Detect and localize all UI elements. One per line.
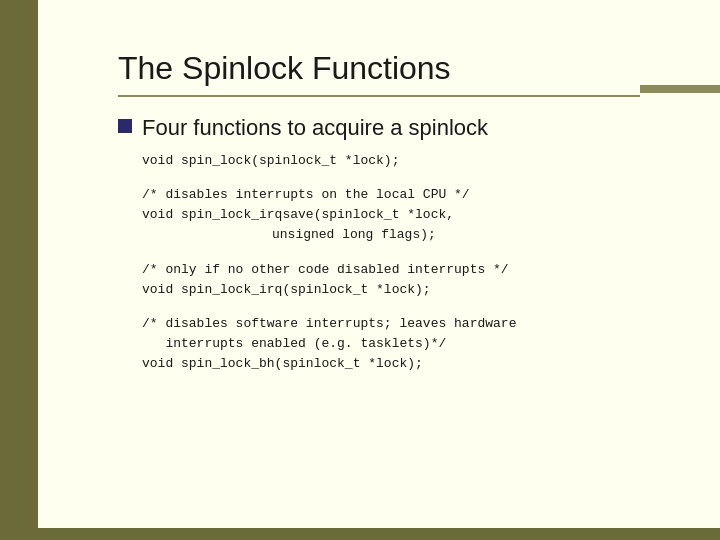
code-line: void spin_lock_irq(spinlock_t *lock); (142, 280, 640, 300)
slide-content: The Spinlock Functions Four functions to… (88, 30, 670, 408)
code-comment: /* disables interrupts on the local CPU … (142, 185, 640, 205)
bottom-bar (0, 528, 720, 540)
code-comment: /* only if no other code disabled interr… (142, 260, 640, 280)
bullet-item: Four functions to acquire a spinlock (118, 115, 640, 141)
slide: The Spinlock Functions Four functions to… (0, 0, 720, 540)
code-comment: interrupts enabled (e.g. tasklets)*/ (142, 334, 640, 354)
slide-title: The Spinlock Functions (118, 50, 640, 87)
title-divider (118, 95, 640, 97)
left-sidebar-bar (0, 0, 38, 540)
code-line: void spin_lock_bh(spinlock_t *lock); (142, 354, 640, 374)
code-section-3: /* only if no other code disabled interr… (142, 260, 640, 300)
bullet-text: Four functions to acquire a spinlock (142, 115, 488, 141)
code-line: void spin_lock(spinlock_t *lock); (142, 151, 640, 171)
code-line: unsigned long flags); (142, 225, 640, 245)
code-section-1: void spin_lock(spinlock_t *lock); (142, 151, 640, 171)
code-section-4: /* disables software interrupts; leaves … (142, 314, 640, 374)
code-comment: /* disables software interrupts; leaves … (142, 314, 640, 334)
code-section-2: /* disables interrupts on the local CPU … (142, 185, 640, 245)
bullet-icon (118, 119, 132, 133)
top-right-accent-bar (640, 85, 720, 93)
code-block: void spin_lock(spinlock_t *lock); /* dis… (142, 151, 640, 374)
code-line: void spin_lock_irqsave(spinlock_t *lock, (142, 205, 640, 225)
